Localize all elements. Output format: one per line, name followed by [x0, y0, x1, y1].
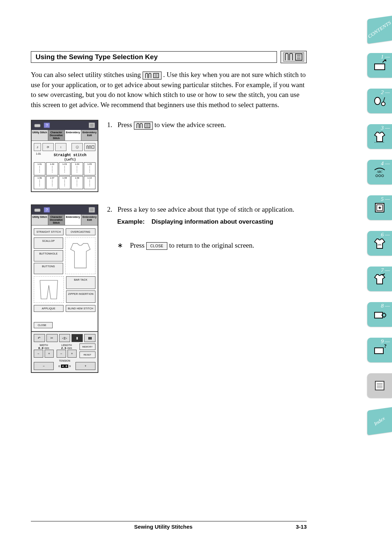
side-tab-contents[interactable]: CONTENTS	[367, 16, 392, 44]
svg-text:?: ?	[46, 123, 48, 127]
stitch-pattern[interactable]: 1-05	[84, 162, 95, 175]
step-1-row: ? Utility Stitch Character Decorative St…	[31, 120, 307, 192]
help-icon: ?	[43, 122, 50, 129]
spool-icon	[34, 122, 41, 129]
btn-memory[interactable]: MEMORY	[79, 343, 95, 350]
btn-needle-twin[interactable]: ▮▮	[84, 334, 95, 342]
example-text: Displaying information about overcasting	[152, 218, 273, 225]
side-tab-index[interactable]: Index	[367, 407, 392, 435]
stitch-name: Straight stitch	[45, 153, 95, 157]
side-nav: CONTENTS 1 — 2 — 3 — 4 — ABC 5 — ★ 6 — A…	[367, 17, 392, 434]
btn-buttonhole[interactable]: BUTTONHOLE	[34, 250, 63, 261]
pants-illustration	[34, 276, 64, 303]
tab-embroidery[interactable]: Embroidery	[65, 215, 82, 225]
btn-straight-stitch[interactable]: STRAIGHT STITCH	[34, 228, 64, 235]
btn-buttons[interactable]: BUTTONS	[34, 263, 63, 274]
thread-icon[interactable]: ⟳	[42, 143, 54, 151]
tab-character[interactable]: Character Decorative Stitch	[48, 130, 65, 141]
side-tab-9[interactable]: 9 — ?!	[367, 338, 392, 362]
btn-applique[interactable]: APPLIQUE	[34, 305, 64, 312]
length-minus[interactable]: −	[57, 350, 66, 358]
tension-minus[interactable]: −	[34, 362, 54, 370]
svg-text:ABC: ABC	[376, 170, 383, 174]
stitch-pattern[interactable]: 1-07	[46, 176, 58, 189]
svg-text:ABC: ABC	[377, 243, 382, 246]
section-header-row: Using the Sewing Type Selection Key	[31, 51, 307, 63]
btn-scallop[interactable]: SCALLOP	[34, 237, 63, 249]
sewing-type-key-icon	[281, 51, 307, 63]
section-title: Using the Sewing Type Selection Key	[31, 51, 277, 63]
side-tab-3[interactable]: 3 —	[367, 124, 392, 149]
sewing-type-key-mini[interactable]	[84, 143, 95, 151]
side-tab-4[interactable]: 4 — ABC	[367, 160, 392, 184]
svg-point-20	[381, 175, 384, 177]
side-tab-8[interactable]: 8 —	[367, 302, 392, 327]
stitch-code: 1-01	[34, 153, 43, 162]
footer-section-title: Sewing Utility Stitches	[31, 524, 296, 530]
svg-text:?: ?	[46, 208, 48, 212]
tab-embroidery[interactable]: Embroidery	[65, 130, 82, 141]
tab-utility[interactable]: Utility Stitch	[32, 130, 48, 141]
stitch-pattern[interactable]: 1-10	[84, 176, 95, 189]
btn-reset[interactable]: RESET	[79, 351, 95, 358]
svg-rect-9	[34, 209, 40, 212]
svg-rect-27	[375, 348, 383, 354]
sewing-type-key-inline-icon	[134, 122, 153, 130]
tab-embroidery-edit[interactable]: Embroidery Edit	[81, 130, 98, 141]
btn-overcasting[interactable]: OVERCASTING	[66, 228, 95, 235]
stitch-pattern[interactable]: 1-09	[71, 176, 83, 189]
tension-label: TENSION	[34, 359, 95, 362]
width-plus[interactable]: +	[45, 350, 54, 358]
side-tab-5[interactable]: 5 — ★	[367, 195, 392, 220]
step-2-row: ? Utility Stitch Character Decorative St…	[31, 204, 307, 373]
stitch-pattern[interactable]: 1-06	[34, 176, 45, 189]
stitch-sub: (Left)	[45, 158, 95, 162]
tension-plus[interactable]: +	[75, 362, 95, 370]
width-label: WIDTH	[34, 344, 54, 346]
btn-cut[interactable]: ✂	[46, 334, 58, 342]
svg-rect-13	[375, 64, 385, 70]
stitch-pattern[interactable]: 1-03	[59, 162, 70, 175]
tab-utility[interactable]: Utility Stitch	[32, 215, 48, 225]
svg-rect-7	[92, 146, 94, 149]
stitch-pattern[interactable]: 1-04	[71, 162, 83, 175]
svg-rect-29	[375, 381, 384, 390]
needle-icon[interactable]: ↕	[55, 143, 66, 151]
step-number-1: 1.	[107, 120, 116, 130]
btn-mirror[interactable]: ◁▷	[59, 334, 70, 342]
btn-close[interactable]: CLOSE	[34, 322, 53, 328]
svg-point-15	[375, 97, 380, 105]
page-footer: Sewing Utility Stitches 3-13	[31, 521, 307, 530]
step-number-2: 2.	[107, 204, 116, 215]
btn-zipper[interactable]: ZIPPER INSERTION	[66, 290, 95, 303]
width-minus[interactable]: −	[34, 350, 43, 358]
side-tab-7[interactable]: 7 —	[367, 267, 392, 291]
btn-needle-single[interactable]: ▮	[72, 334, 83, 342]
stitch-grid: 1-011-021-031-041-051-061-071-081-091-10	[34, 162, 95, 189]
side-tab-notes[interactable]	[367, 373, 392, 398]
btn-blindhem[interactable]: BLIND HEM STITCH	[66, 305, 95, 312]
sewing-type-key-inline-icon	[143, 72, 162, 80]
side-tab-6[interactable]: 6 — ABC	[367, 231, 392, 256]
example-label: Example:	[117, 218, 145, 225]
page-number: 3-13	[296, 524, 307, 530]
stitch-pattern[interactable]: 1-01	[34, 162, 45, 175]
btn-bartack[interactable]: BAR TACK	[66, 276, 95, 289]
spool-icon	[34, 207, 41, 213]
tab-character[interactable]: Character Decorative Stitch	[48, 215, 65, 225]
intro-paragraph: You can also select utility stitches usi…	[31, 70, 307, 110]
tab-embroidery-edit[interactable]: Embroidery Edit	[81, 215, 98, 225]
svg-text:★: ★	[378, 205, 382, 210]
length-plus[interactable]: +	[68, 350, 77, 358]
shirt-illustration	[65, 237, 95, 274]
svg-point-16	[381, 102, 385, 106]
stitch-pattern[interactable]: 1-02	[46, 162, 58, 175]
side-tab-1[interactable]: 1 —	[367, 53, 392, 78]
svg-point-19	[379, 175, 381, 177]
length-label: LENGTH	[57, 344, 77, 346]
stitch-pattern[interactable]: 1-08	[59, 176, 70, 189]
side-tab-2[interactable]: 2 —	[367, 89, 392, 113]
info-icon[interactable]: ⓘ	[72, 143, 83, 151]
list-icon	[88, 122, 95, 129]
btn-return[interactable]: ↶	[34, 334, 45, 342]
